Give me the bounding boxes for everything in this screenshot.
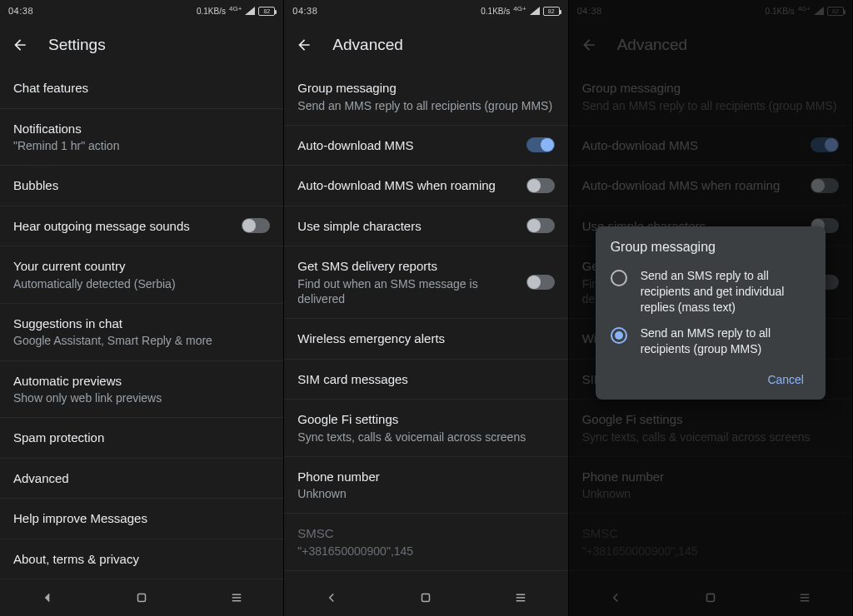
item-advanced[interactable]: Advanced — [0, 459, 283, 499]
svg-rect-1 — [422, 594, 430, 602]
toggle-auto-download-mms[interactable] — [526, 137, 555, 152]
dialog-option-mass-text[interactable]: Send an SMS reply to all recipients and … — [611, 263, 811, 320]
radio-icon[interactable] — [611, 270, 627, 286]
status-speed: 0.1KB/s — [197, 7, 226, 16]
status-time: 04:38 — [8, 6, 33, 16]
header: Advanced — [284, 22, 567, 68]
item-phone-number[interactable]: Phone numberUnknown — [284, 457, 567, 514]
item-simple-chars[interactable]: Use simple characters — [284, 206, 567, 247]
radio-icon[interactable] — [611, 327, 627, 344]
pane-settings: 04:38 0.1KB/s 4G+ 82 Settings Chat featu… — [0, 0, 284, 616]
back-icon[interactable] — [296, 37, 312, 53]
battery-icon: 82 — [543, 7, 560, 16]
item-auto-previews[interactable]: Automatic previewsShow only web link pre… — [0, 361, 283, 419]
dialog-option-label: Send an SMS reply to all recipients and … — [641, 268, 811, 315]
page-title: Advanced — [332, 36, 403, 54]
svg-rect-0 — [138, 594, 146, 602]
item-suggestions[interactable]: Suggestions in chatGoogle Assistant, Sma… — [0, 304, 283, 361]
signal-icon — [530, 7, 540, 15]
nav-home-icon[interactable] — [134, 590, 149, 605]
item-current-country[interactable]: Your current countryAutomatically detect… — [0, 246, 283, 304]
toggle-sms-delivery[interactable] — [526, 275, 555, 290]
item-sms-delivery[interactable]: Get SMS delivery reportsFind out when an… — [284, 246, 567, 319]
item-auto-download-roaming[interactable]: Auto-download MMS when roaming — [284, 166, 567, 206]
status-bar: 04:38 0.1KB/s 4G+ 82 — [284, 0, 567, 22]
item-chat-features[interactable]: Chat features — [0, 68, 283, 109]
signal-icon — [245, 7, 255, 15]
item-notifications[interactable]: Notifications"Remind 1 hr" action — [0, 109, 283, 166]
nav-home-icon[interactable] — [418, 590, 433, 605]
page-title: Settings — [48, 36, 106, 54]
item-spam-protection[interactable]: Spam protection — [0, 418, 283, 459]
settings-list: Chat features Notifications"Remind 1 hr"… — [0, 68, 283, 579]
item-smsc[interactable]: SMSC"+381650000900",145 — [284, 514, 567, 571]
nav-recents-icon[interactable] — [229, 590, 244, 605]
dialog-group-messaging: Group messaging Send an SMS reply to all… — [596, 226, 826, 400]
item-outgoing-sounds[interactable]: Hear outgoing message sounds — [0, 206, 283, 247]
nav-back-icon[interactable] — [40, 590, 55, 605]
status-bar: 04:38 0.1KB/s 4G+ 82 — [0, 0, 283, 22]
toggle-outgoing-sounds[interactable] — [242, 218, 270, 233]
status-time: 04:38 — [292, 6, 317, 16]
nav-back-icon[interactable] — [324, 590, 339, 605]
back-icon[interactable] — [12, 37, 28, 53]
dialog-option-group-mms[interactable]: Send an MMS reply to all recipients (gro… — [611, 320, 811, 362]
cancel-button[interactable]: Cancel — [761, 366, 811, 393]
battery-icon: 82 — [258, 7, 275, 16]
nav-bar — [0, 579, 283, 616]
dialog-title: Group messaging — [611, 240, 811, 255]
item-about[interactable]: About, terms & privacy — [0, 539, 283, 579]
nav-bar — [284, 579, 567, 616]
item-bubbles[interactable]: Bubbles — [0, 166, 283, 206]
toggle-auto-download-roaming[interactable] — [526, 178, 555, 193]
item-google-fi[interactable]: Google Fi settingsSync texts, calls & vo… — [284, 400, 567, 457]
item-emergency-alerts[interactable]: Wireless emergency alerts — [284, 319, 567, 360]
status-net: 4G+ — [513, 5, 526, 12]
status-speed: 0.1KB/s — [481, 7, 510, 16]
advanced-list: Group messagingSend an MMS reply to all … — [284, 68, 567, 579]
status-net: 4G+ — [229, 5, 242, 12]
nav-recents-icon[interactable] — [513, 590, 528, 605]
dialog-option-label: Send an MMS reply to all recipients (gro… — [641, 325, 811, 357]
toggle-simple-chars[interactable] — [526, 218, 555, 233]
pane-advanced: 04:38 0.1KB/s 4G+ 82 Advanced Group mess… — [284, 0, 568, 616]
header: Settings — [0, 22, 283, 68]
item-help-improve[interactable]: Help improve Messages — [0, 499, 283, 539]
pane-advanced-dialog: 04:38 0.1KB/s 4G+ 82 Advanced Group mess… — [569, 0, 853, 616]
item-group-messaging[interactable]: Group messagingSend an MMS reply to all … — [284, 68, 567, 126]
item-auto-download-mms[interactable]: Auto-download MMS — [284, 126, 567, 166]
item-sim-messages[interactable]: SIM card messages — [284, 360, 567, 400]
